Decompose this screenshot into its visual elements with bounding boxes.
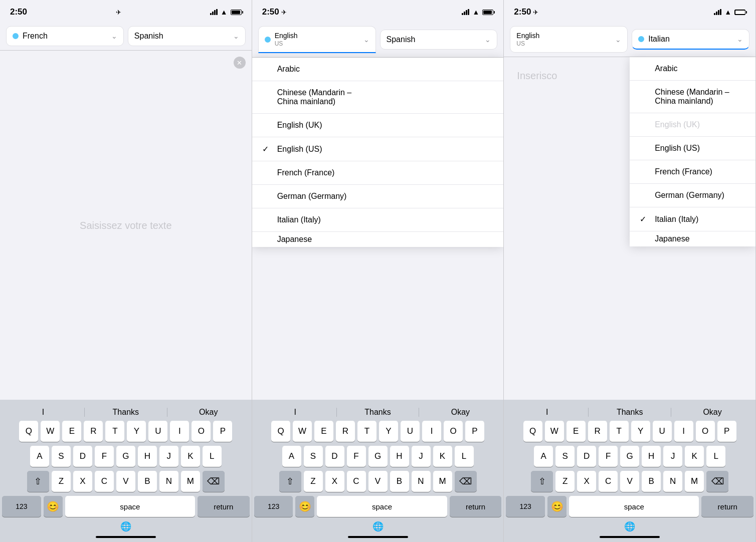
predictive-word-1-1[interactable]: I — [2, 408, 84, 417]
key-q-1[interactable]: Q — [19, 421, 38, 442]
key-c-2[interactable]: C — [347, 471, 366, 492]
key-v-1[interactable]: V — [116, 471, 135, 492]
key-l-2[interactable]: L — [455, 446, 474, 467]
predictive-word-1-2[interactable]: Thanks — [85, 408, 167, 417]
key-b-1[interactable]: B — [138, 471, 157, 492]
key-u-2[interactable]: U — [401, 421, 420, 442]
key-t-3[interactable]: T — [610, 421, 629, 442]
key-q-3[interactable]: Q — [523, 421, 542, 442]
globe-icon-2[interactable]: 🌐 — [372, 521, 384, 532]
dropdown-item-2-2[interactable]: English (UK) — [252, 114, 504, 137]
key-u-3[interactable]: U — [653, 421, 672, 442]
key-b-2[interactable]: B — [390, 471, 409, 492]
key-b-3[interactable]: B — [642, 471, 661, 492]
predictive-word-2-1[interactable]: I — [254, 408, 336, 417]
dropdown-item-3-3[interactable]: English (US) — [630, 137, 755, 160]
key-n-3[interactable]: N — [663, 471, 682, 492]
key-o-2[interactable]: O — [444, 421, 463, 442]
key-shift-2[interactable]: ⇧ — [279, 471, 301, 492]
predictive-word-3-3[interactable]: Okay — [671, 408, 753, 417]
dropdown-item-3-6[interactable]: ✓ Italian (Italy) — [630, 207, 755, 231]
key-e-3[interactable]: E — [566, 421, 586, 442]
dropdown-item-2-3[interactable]: ✓ English (US) — [252, 137, 504, 161]
lang-to-selector-2[interactable]: Spanish ⌄ — [380, 30, 498, 50]
key-o-1[interactable]: O — [192, 421, 211, 442]
key-g-3[interactable]: G — [620, 446, 639, 467]
key-h-2[interactable]: H — [390, 446, 409, 467]
chevron-down-from-2[interactable]: ⌄ — [363, 36, 369, 44]
predictive-word-2-3[interactable]: Okay — [419, 408, 501, 417]
key-m-3[interactable]: M — [685, 471, 704, 492]
key-p-1[interactable]: P — [213, 421, 232, 442]
key-p-2[interactable]: P — [465, 421, 484, 442]
key-h-3[interactable]: H — [642, 446, 661, 467]
chevron-down-to-3[interactable]: ⌄ — [737, 35, 743, 43]
key-i-3[interactable]: I — [674, 421, 693, 442]
key-f-3[interactable]: F — [599, 446, 618, 467]
key-i-2[interactable]: I — [422, 421, 441, 442]
dropdown-item-2-5[interactable]: German (Germany) — [252, 185, 504, 208]
text-area-3[interactable]: Inserisco Arabic Chinese (Mandarin –Chin… — [504, 57, 755, 400]
key-return-1[interactable]: return — [198, 496, 250, 517]
key-r-3[interactable]: R — [588, 421, 607, 442]
key-space-2[interactable]: space — [317, 496, 447, 517]
chevron-down-from-3[interactable]: ⌄ — [615, 36, 621, 44]
key-delete-1[interactable]: ⌫ — [203, 471, 225, 492]
dropdown-item-3-2[interactable]: English (UK) — [630, 113, 755, 137]
key-k-1[interactable]: K — [181, 446, 200, 467]
key-return-3[interactable]: return — [701, 496, 753, 517]
key-shift-3[interactable]: ⇧ — [531, 471, 553, 492]
globe-icon-3[interactable]: 🌐 — [624, 521, 635, 532]
globe-icon-1[interactable]: 🌐 — [120, 521, 131, 532]
lang-to-selector-1[interactable]: Spanish ⌄ — [128, 26, 246, 46]
key-w-2[interactable]: W — [293, 421, 312, 442]
key-m-2[interactable]: M — [433, 471, 452, 492]
predictive-word-1-3[interactable]: Okay — [167, 408, 250, 417]
key-n-1[interactable]: N — [159, 471, 178, 492]
dropdown-item-2-7[interactable]: Japanese — [252, 232, 504, 247]
key-g-1[interactable]: G — [116, 446, 135, 467]
key-x-3[interactable]: X — [577, 471, 596, 492]
key-num-3[interactable]: 123 — [506, 496, 545, 517]
key-a-1[interactable]: A — [30, 446, 49, 467]
key-o-3[interactable]: O — [696, 421, 715, 442]
key-k-3[interactable]: K — [685, 446, 704, 467]
dropdown-item-2-1[interactable]: Chinese (Mandarin –China mainland) — [252, 81, 504, 114]
key-f-2[interactable]: F — [347, 446, 366, 467]
dropdown-item-3-7[interactable]: Japanese — [630, 231, 755, 246]
key-x-2[interactable]: X — [325, 471, 344, 492]
key-return-2[interactable]: return — [450, 496, 502, 517]
key-r-2[interactable]: R — [336, 421, 355, 442]
key-u-1[interactable]: U — [148, 421, 167, 442]
key-z-3[interactable]: Z — [555, 471, 575, 492]
key-g-2[interactable]: G — [368, 446, 388, 467]
key-j-2[interactable]: J — [412, 446, 431, 467]
dropdown-item-2-4[interactable]: French (France) — [252, 161, 504, 185]
dropdown-item-2-6[interactable]: Italian (Italy) — [252, 208, 504, 232]
key-x-1[interactable]: X — [73, 471, 92, 492]
key-w-3[interactable]: W — [545, 421, 564, 442]
key-e-2[interactable]: E — [314, 421, 333, 442]
key-m-1[interactable]: M — [181, 471, 200, 492]
key-num-1[interactable]: 123 — [2, 496, 41, 517]
key-i-1[interactable]: I — [170, 421, 189, 442]
lang-from-selector-2[interactable]: English US ⌄ — [258, 26, 376, 53]
key-emoji-1[interactable]: 😊 — [44, 496, 63, 517]
dropdown-item-3-1[interactable]: Chinese (Mandarin –China mainland) — [630, 81, 755, 113]
key-q-2[interactable]: Q — [271, 421, 290, 442]
key-y-2[interactable]: Y — [379, 421, 398, 442]
key-h-1[interactable]: H — [138, 446, 157, 467]
key-n-2[interactable]: N — [412, 471, 431, 492]
chevron-down-to-1[interactable]: ⌄ — [233, 32, 239, 40]
key-a-3[interactable]: A — [534, 446, 553, 467]
key-l-1[interactable]: L — [203, 446, 222, 467]
text-area-2[interactable]: ✕ E Arabic Chinese (Mandarin –China main… — [252, 58, 504, 400]
key-d-3[interactable]: D — [577, 446, 596, 467]
key-s-2[interactable]: S — [304, 446, 323, 467]
lang-from-selector-1[interactable]: French ⌄ — [6, 26, 124, 46]
chevron-down-to-2[interactable]: ⌄ — [485, 36, 491, 44]
predictive-word-2-2[interactable]: Thanks — [337, 408, 419, 417]
predictive-word-3-2[interactable]: Thanks — [589, 408, 671, 417]
key-l-3[interactable]: L — [706, 446, 725, 467]
key-a-2[interactable]: A — [282, 446, 301, 467]
